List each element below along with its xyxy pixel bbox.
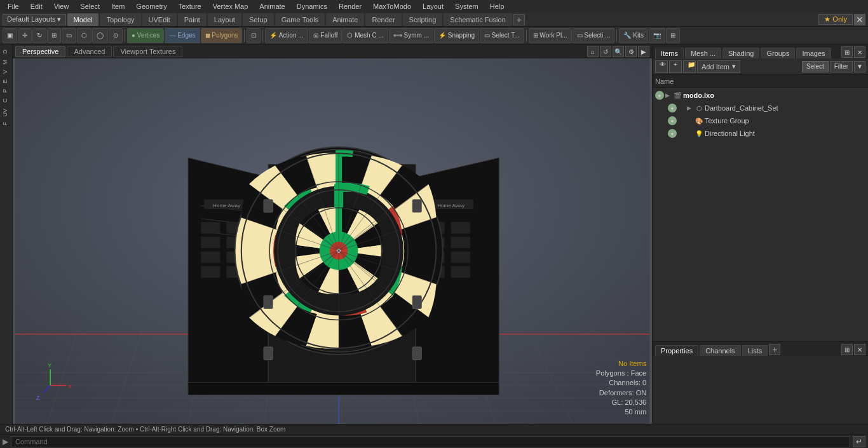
mesh-c-btn[interactable]: ⬡ Mesh C ...	[342, 28, 388, 43]
vp-home-btn[interactable]: ⌂	[587, 46, 599, 57]
menu-view[interactable]: View	[49, 1, 74, 11]
command-enter-btn[interactable]: ↵	[853, 436, 865, 447]
menu-edit[interactable]: Edit	[25, 1, 48, 11]
tab-render[interactable]: Render	[365, 13, 401, 26]
icon-eye-btn[interactable]: 👁	[655, 60, 668, 73]
only-button[interactable]: ★ Only	[818, 14, 853, 25]
menu-item[interactable]: Item	[106, 1, 130, 11]
add-item-dropdown[interactable]: Add Item ▾	[697, 60, 740, 73]
sidebar-btn-f[interactable]: F	[1, 119, 12, 128]
item-arrow-cabinet[interactable]: ▶	[687, 105, 693, 111]
tab-topology[interactable]: Topology	[100, 13, 140, 26]
sidebar-btn-uv[interactable]: UV	[1, 106, 12, 119]
eye-icon-cabinet[interactable]: ●	[668, 104, 677, 112]
panel-expand-btn[interactable]: ⊞	[841, 46, 853, 58]
viewport[interactable]: Perspective Advanced Viewport Textures ⌂…	[13, 44, 652, 424]
tab-images[interactable]: Images	[796, 48, 831, 58]
item-row-light[interactable]: ● ▶ 💡 Directional Light	[653, 127, 868, 140]
add-panel-tab-btn[interactable]: +	[769, 344, 780, 355]
menu-animate[interactable]: Animate	[254, 1, 290, 11]
eye-icon-light[interactable]: ●	[668, 129, 677, 138]
menu-dynamics[interactable]: Dynamics	[292, 1, 332, 11]
tab-schematic-fusion[interactable]: Schematic Fusion	[444, 13, 512, 26]
layout-dropdown[interactable]: Default Layouts ▾	[3, 14, 66, 25]
vp-zoom-btn[interactable]: 🔍	[613, 46, 624, 57]
rotate-tool-btn[interactable]: ↻	[32, 28, 46, 43]
vertices-mode-btn[interactable]: ● Vertices	[127, 28, 164, 43]
vp-tab-advanced[interactable]: Advanced	[67, 46, 112, 57]
tab-uvedit[interactable]: UVEdit	[142, 13, 177, 26]
edges-mode-btn[interactable]: — Edges	[165, 28, 200, 43]
snap-tool-btn[interactable]: ⊙	[109, 28, 123, 43]
icon-plus-btn[interactable]: +	[669, 60, 682, 73]
tab-paint[interactable]: Paint	[178, 13, 207, 26]
transform-tool-btn[interactable]: ✛	[18, 28, 32, 43]
tab-properties[interactable]: Properties	[655, 345, 698, 356]
sidebar-btn-poly[interactable]: P	[1, 86, 12, 95]
kits-btn[interactable]: 🔧 Kits	[619, 28, 648, 43]
sidebar-btn-vert[interactable]: V	[1, 67, 12, 76]
camera-btn[interactable]: 📷	[649, 28, 665, 43]
props-close-btn[interactable]: ✕	[854, 344, 865, 355]
item-row-modo-lxo[interactable]: ● ▶ 🎬 modo.lxo	[653, 89, 868, 102]
polygons-mode-btn[interactable]: ◼ Polygons	[201, 28, 243, 43]
menu-file[interactable]: File	[3, 1, 24, 11]
tab-groups[interactable]: Groups	[761, 48, 795, 58]
vp-tab-textures[interactable]: Viewport Textures	[113, 46, 182, 57]
items-filter-btn[interactable]: Filter	[830, 61, 853, 72]
menu-system[interactable]: System	[450, 1, 484, 11]
items-select-btn[interactable]: Select	[802, 61, 829, 72]
sidebar-btn-dup[interactable]: D	[1, 47, 12, 57]
menu-help[interactable]: Help	[485, 1, 510, 11]
sidebar-btn-curve[interactable]: C	[1, 96, 12, 105]
vp-tab-perspective[interactable]: Perspective	[15, 46, 65, 57]
select-tool-btn[interactable]: ▣	[3, 28, 17, 43]
eye-icon-modo[interactable]: ●	[655, 91, 664, 100]
lasso-tool-btn[interactable]: ⬡	[77, 28, 92, 43]
menu-render[interactable]: Render	[334, 1, 367, 11]
tab-scripting[interactable]: Scripting	[403, 13, 443, 26]
item-row-cabinet[interactable]: ● ▶ ⬡ Dartboard_Cabinet_Set	[653, 102, 868, 114]
symm-btn[interactable]: ⟺ Symm ...	[389, 28, 433, 43]
rect-tool-btn[interactable]: ▭	[62, 28, 76, 43]
vp-expand-btn[interactable]: ▶	[638, 46, 649, 57]
eye-icon-texture[interactable]: ●	[668, 116, 677, 125]
menu-maxtomodo[interactable]: MaxToModo	[368, 1, 416, 11]
action-btn[interactable]: ⚡ Action ...	[265, 28, 308, 43]
tab-shading[interactable]: Shading	[722, 48, 759, 58]
vp-settings-btn[interactable]: ⚙	[625, 46, 637, 57]
tab-game-tools[interactable]: Game Tools	[275, 13, 325, 26]
tab-layout[interactable]: Layout	[208, 13, 241, 26]
falloff-btn[interactable]: ◎ Falloff	[309, 28, 342, 43]
sidebar-btn-mesh[interactable]: M	[1, 57, 12, 67]
vp-orbit-btn[interactable]: ↺	[600, 46, 611, 57]
selecti-btn[interactable]: ▭ Selecti ...	[573, 28, 615, 43]
tab-mesh[interactable]: Mesh ...	[685, 48, 721, 58]
item-expand-arrow[interactable]: ▶	[665, 92, 672, 98]
circle-tool-btn[interactable]: ◯	[92, 28, 108, 43]
close-button[interactable]: ✕	[854, 14, 865, 25]
tab-setup[interactable]: Setup	[243, 13, 274, 26]
work-pl-btn[interactable]: ⊞ Work Pl...	[529, 28, 572, 43]
menu-select[interactable]: Select	[75, 1, 105, 11]
tab-model[interactable]: Model	[67, 13, 99, 26]
tab-lists[interactable]: Lists	[742, 345, 768, 356]
scale-tool-btn[interactable]: ⊞	[47, 28, 61, 43]
items-arrow-btn[interactable]: ▼	[854, 61, 865, 72]
tab-channels[interactable]: Channels	[700, 345, 740, 356]
panel-close-btn[interactable]: ✕	[854, 46, 865, 58]
snapping-btn[interactable]: ⚡ Snapping	[434, 28, 479, 43]
item-row-texture-group[interactable]: ● ▶ 🎨 Texture Group	[653, 114, 868, 127]
tab-items[interactable]: Items	[655, 48, 684, 58]
sidebar-btn-edge[interactable]: E	[1, 77, 12, 86]
props-expand-btn[interactable]: ⊞	[841, 344, 853, 355]
add-tab-button[interactable]: +	[513, 14, 525, 25]
menu-geometry[interactable]: Geometry	[131, 1, 172, 11]
command-input[interactable]	[11, 436, 850, 447]
menu-layout[interactable]: Layout	[417, 1, 449, 11]
menu-vertex-map[interactable]: Vertex Map	[208, 1, 254, 11]
tab-animate[interactable]: Animate	[326, 13, 364, 26]
mode-icon-btn[interactable]: ⊡	[247, 28, 261, 43]
select-t-btn[interactable]: ▭ Select T...	[480, 28, 524, 43]
icon-folder-btn[interactable]: 📁	[683, 60, 696, 73]
